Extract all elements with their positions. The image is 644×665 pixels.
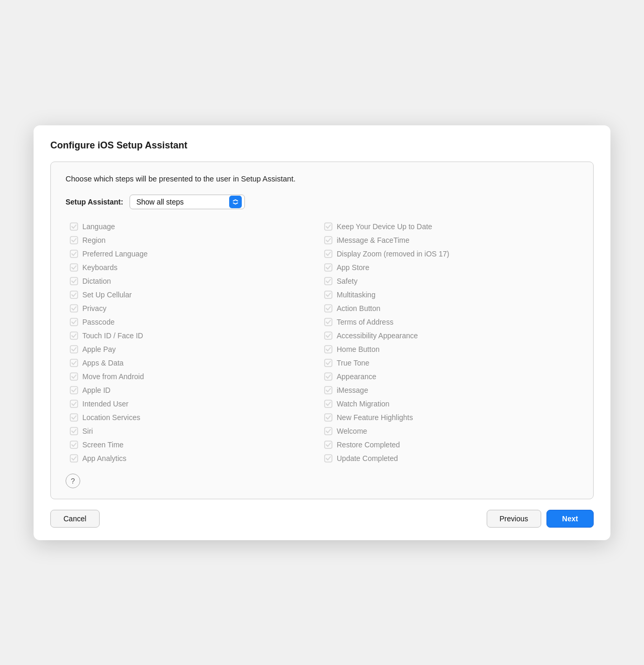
previous-button[interactable]: Previous (487, 510, 541, 528)
checkbox-item[interactable]: Multitasking (324, 288, 578, 302)
cancel-button[interactable]: Cancel (50, 510, 100, 528)
svg-rect-15 (325, 318, 332, 326)
checkbox-icon (324, 359, 332, 367)
svg-rect-9 (325, 277, 332, 285)
checkbox-label: Watch Migration (337, 400, 390, 408)
checkbox-item[interactable]: App Analytics (70, 452, 324, 465)
svg-rect-17 (325, 332, 332, 339)
checkbox-item[interactable]: Touch ID / Face ID (70, 329, 324, 342)
checkbox-item[interactable]: Dictation (70, 274, 324, 288)
checkbox-item[interactable]: Display Zoom (removed in iOS 17) (324, 247, 578, 261)
checkbox-icon (70, 291, 78, 299)
checkbox-item[interactable]: Keyboards (70, 261, 324, 274)
checkbox-label: Apple ID (82, 386, 111, 394)
checkbox-label: Accessibility Appearance (337, 331, 418, 340)
checkbox-item[interactable]: Region (70, 233, 324, 247)
checkbox-item[interactable]: Language (70, 220, 324, 233)
checkbox-item[interactable]: Keep Your Device Up to Date (324, 220, 578, 233)
checkbox-icon (70, 386, 78, 394)
checkbox-item[interactable]: Update Completed (324, 452, 578, 465)
checkbox-icon (324, 277, 332, 285)
checkbox-label: Terms of Address (337, 318, 393, 326)
checkbox-item[interactable]: App Store (324, 261, 578, 274)
help-button[interactable]: ? (66, 474, 80, 488)
svg-rect-27 (325, 400, 332, 407)
checkbox-icon (324, 372, 332, 381)
checkbox-item[interactable]: Intended User (70, 397, 324, 411)
svg-rect-33 (325, 441, 332, 448)
checkbox-label: Language (82, 222, 115, 231)
checkbox-icon (324, 413, 332, 422)
checkbox-item[interactable]: True Tone (324, 356, 578, 370)
dialog-footer: Cancel Previous Next (50, 510, 594, 528)
checkbox-label: Welcome (337, 427, 367, 435)
checkbox-item[interactable]: Siri (70, 424, 324, 438)
content-box: Choose which steps will be presented to … (50, 162, 594, 499)
checkbox-icon (324, 304, 332, 313)
checkbox-item[interactable]: Set Up Cellular (70, 288, 324, 302)
checkbox-item[interactable]: Screen Time (70, 438, 324, 452)
svg-rect-25 (325, 387, 332, 394)
checkbox-item[interactable]: New Feature Highlights (324, 411, 578, 424)
checkbox-label: Region (82, 236, 105, 244)
checkbox-label: Preferred Language (82, 250, 148, 258)
svg-rect-5 (325, 250, 332, 258)
checkbox-icon (70, 427, 78, 435)
checkbox-label: New Feature Highlights (337, 413, 413, 422)
checkbox-item[interactable]: Accessibility Appearance (324, 329, 578, 342)
checkbox-item[interactable]: Safety (324, 274, 578, 288)
checkbox-label: Appearance (337, 372, 377, 381)
checkbox-label: Apps & Data (82, 359, 124, 367)
checkbox-item[interactable]: iMessage & FaceTime (324, 233, 578, 247)
checkbox-item[interactable]: Apps & Data (70, 356, 324, 370)
checkbox-item[interactable]: Action Button (324, 302, 578, 315)
checkbox-label: Move from Android (82, 372, 144, 381)
checkbox-label: Dictation (82, 277, 111, 285)
checkbox-icon (324, 386, 332, 394)
svg-rect-35 (325, 455, 332, 462)
checkbox-item[interactable]: Appearance (324, 370, 578, 383)
checkbox-item[interactable]: Passcode (70, 315, 324, 329)
checkbox-icon (324, 263, 332, 272)
checkbox-item[interactable]: Terms of Address (324, 315, 578, 329)
checkbox-item[interactable]: Restore Completed (324, 438, 578, 452)
checkbox-label: Siri (82, 427, 93, 435)
checkbox-label: Location Services (82, 413, 141, 422)
next-button[interactable]: Next (546, 510, 594, 528)
checkbox-item[interactable]: Location Services (70, 411, 324, 424)
dialog-title: Configure iOS Setup Assistant (50, 140, 594, 151)
checkbox-item[interactable]: Apple ID (70, 383, 324, 397)
checkbox-label: Passcode (82, 318, 114, 326)
checkbox-label: Set Up Cellular (82, 291, 132, 299)
checkbox-item[interactable]: Apple Pay (70, 342, 324, 356)
checkbox-item[interactable]: Privacy (70, 302, 324, 315)
checkbox-item[interactable]: Preferred Language (70, 247, 324, 261)
svg-rect-3 (325, 237, 332, 244)
configure-dialog: Configure iOS Setup Assistant Choose whi… (34, 125, 610, 540)
checkbox-icon (70, 277, 78, 285)
checkbox-icon (70, 318, 78, 326)
checkbox-icon (324, 427, 332, 435)
checkboxes-grid: Language Keep Your Device Up to Date Reg… (70, 220, 578, 465)
setup-assistant-select[interactable]: Show all steps Hide all steps Custom (130, 195, 245, 209)
checkbox-item[interactable]: Move from Android (70, 370, 324, 383)
checkbox-label: Update Completed (337, 454, 398, 463)
checkbox-icon (70, 263, 78, 272)
checkbox-label: Multitasking (337, 291, 375, 299)
svg-rect-29 (325, 414, 332, 421)
checkbox-icon (324, 454, 332, 463)
checkbox-icon (70, 372, 78, 381)
svg-rect-7 (325, 264, 332, 271)
setup-select-wrapper: Show all steps Hide all steps Custom (130, 195, 245, 209)
checkbox-item[interactable]: Watch Migration (324, 397, 578, 411)
checkbox-icon (324, 331, 332, 340)
checkbox-icon (70, 222, 78, 231)
description-text: Choose which steps will be presented to … (66, 175, 578, 183)
checkbox-icon (70, 413, 78, 422)
checkbox-label: True Tone (337, 359, 369, 367)
checkbox-item[interactable]: Welcome (324, 424, 578, 438)
checkbox-item[interactable]: Home Button (324, 342, 578, 356)
checkbox-icon (70, 331, 78, 340)
svg-rect-19 (325, 346, 332, 353)
checkbox-item[interactable]: iMessage (324, 383, 578, 397)
